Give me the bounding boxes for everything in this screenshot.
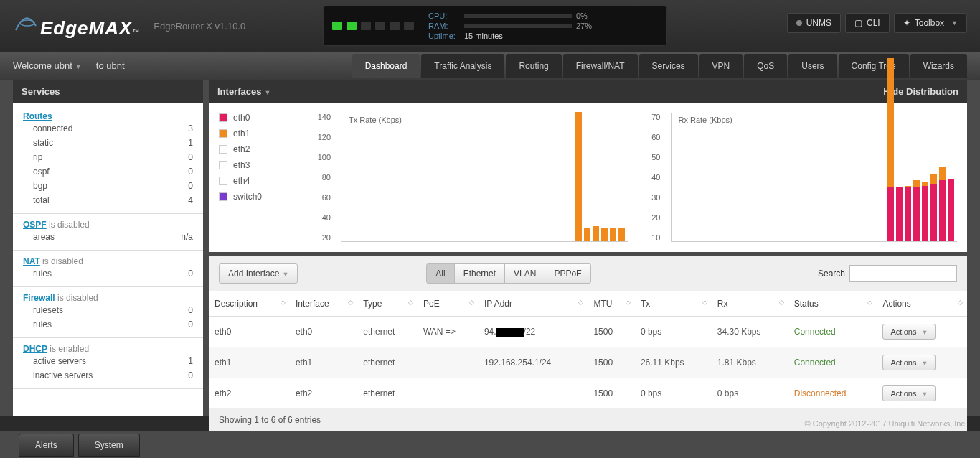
table-row: eth0eth0ethernetWAN =>94./2215000 bps34.… [209,317,967,347]
add-interface-button[interactable]: Add Interface▼ [219,263,298,284]
sidebar-section-routes[interactable]: Routes [23,111,52,121]
bottom-tab-alerts[interactable]: Alerts [19,434,74,457]
col-poe[interactable]: PoE◇ [418,291,479,317]
sidebar-section-ospf[interactable]: OSPF [23,220,47,230]
interfaces-panel: Interfaces▼ Hide Distribution eth0eth1et… [209,80,967,252]
table-row: eth2eth2ethernet15000 bps0 bpsDisconnect… [209,378,967,409]
bottom-tab-system[interactable]: System [78,434,140,457]
tab-qos[interactable]: QoS [744,54,787,78]
table-body: eth0eth0ethernetWAN =>94./2215000 bps34.… [209,317,967,409]
rx-chart: Rx Rate (Kbps) [671,113,958,242]
toolbox-button[interactable]: ✦Toolbox▼ [894,13,967,33]
tab-trafficanalysis[interactable]: Traffic Analysis [421,54,504,78]
row-actions-button[interactable]: Actions ▼ [882,355,936,370]
chart-legend: eth0eth1eth2eth3eth4switch0 [219,113,298,242]
filter-vlan[interactable]: VLAN [504,263,545,284]
col-tx[interactable]: Tx◇ [635,291,712,317]
sidebar: Services Routesconnected3static1rip0ospf… [13,80,203,416]
filter-pppoe[interactable]: PPPoE [545,263,591,284]
sidebar-title: Services [13,80,203,103]
welcome-to: to ubnt [96,60,125,71]
terminal-icon: ▢ [854,18,862,28]
sidebar-section-firewall[interactable]: Firewall [23,293,55,303]
tab-routing[interactable]: Routing [506,54,561,78]
legend-eth2[interactable]: eth2 [219,144,298,154]
filter-ethernet[interactable]: Ethernet [454,263,505,284]
col-mtu[interactable]: MTU◇ [588,291,635,317]
col-type[interactable]: Type◇ [357,291,418,317]
tab-vpn[interactable]: VPN [699,54,743,78]
logo: EdgeMAX™ [13,13,139,39]
interfaces-table-panel: Add Interface▼ AllEthernetVLANPPPoE Sear… [209,256,967,431]
tab-services[interactable]: Services [639,54,698,78]
unms-button[interactable]: UNMS [787,13,841,33]
table-header-row: Description◇Interface◇Type◇PoE◇IP Addr◇M… [209,291,967,317]
tab-users[interactable]: Users [788,54,837,78]
rx-yaxis: 70605040302010 [635,113,664,242]
port-indicators [332,22,414,30]
legend-switch0[interactable]: switch0 [219,192,298,202]
filter-all[interactable]: All [426,263,454,284]
top-bar: EdgeMAX™ EdgeRouter X v1.10.0 CPU:0% RAM… [0,0,980,52]
col-interface[interactable]: Interface◇ [290,291,357,317]
cli-button[interactable]: ▢CLI [845,13,890,33]
legend-eth3[interactable]: eth3 [219,160,298,170]
search-input[interactable] [849,265,957,282]
status-box: CPU:0% RAM:27% Uptime:15 minutes [323,6,667,46]
wrench-icon: ✦ [903,18,910,28]
sidebar-section-dhcp[interactable]: DHCP [23,344,47,354]
search-label: Search [818,268,845,279]
legend-eth1[interactable]: eth1 [219,128,298,139]
main-tabs: DashboardTraffic AnalysisRoutingFirewall… [352,54,967,78]
bottom-tabs: AlertsSystem [0,431,980,458]
table-row: eth1eth1ethernet192.168.254.1/24150026.1… [209,347,967,378]
legend-eth0[interactable]: eth0 [219,113,298,123]
tx-yaxis: 14012010080604020 [305,113,334,242]
sidebar-section-nat[interactable]: NAT [23,256,40,266]
model-label: EdgeRouter X v1.10.0 [154,21,245,32]
filter-segment: AllEthernetVLANPPPoE [427,263,591,284]
col-actions[interactable]: Actions◇ [877,291,967,317]
legend-eth4[interactable]: eth4 [219,176,298,186]
sidebar-body: Routesconnected3static1rip0ospf0bgp0tota… [13,103,203,416]
interfaces-title[interactable]: Interfaces▼ [217,86,270,97]
welcome-row: Welcome ubnt▼ to ubnt DashboardTraffic A… [0,52,980,80]
tx-chart: Tx Rate (Kbps) [341,113,628,242]
col-description[interactable]: Description◇ [209,291,290,317]
col-rx[interactable]: Rx◇ [712,291,788,317]
rx-bars [887,58,954,241]
svg-point-0 [20,20,34,26]
row-actions-button[interactable]: Actions ▼ [882,385,936,401]
tab-dashboard[interactable]: Dashboard [352,54,420,78]
col-status[interactable]: Status◇ [788,291,877,317]
row-actions-button[interactable]: Actions ▼ [882,324,936,340]
tab-firewallnat[interactable]: Firewall/NAT [563,54,638,78]
col-ipaddr[interactable]: IP Addr◇ [479,291,588,317]
tx-bars [575,112,625,241]
interfaces-table: Description◇Interface◇Type◇PoE◇IP Addr◇M… [209,291,967,409]
welcome-user[interactable]: Welcome ubnt▼ [13,60,82,71]
